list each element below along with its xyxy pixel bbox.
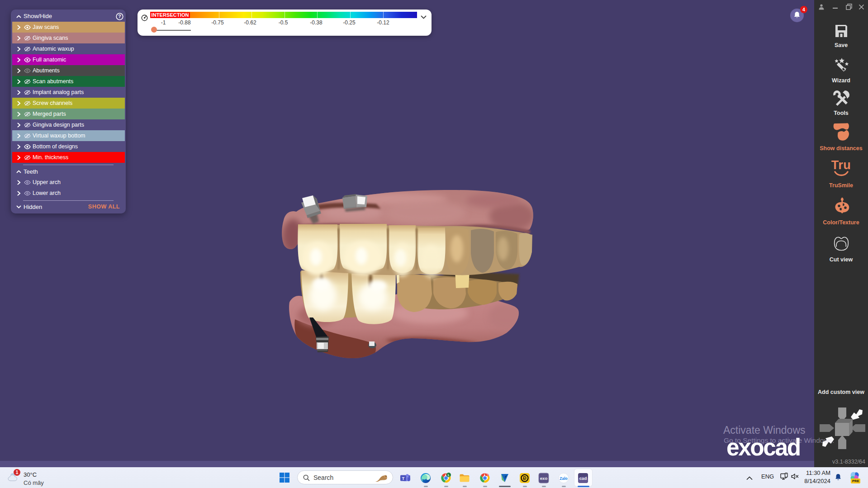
svg-text:Đ: Đ [523, 475, 526, 481]
svg-text:?: ? [118, 14, 121, 19]
svg-text:T: T [402, 476, 405, 481]
svg-text:L: L [448, 473, 450, 477]
svg-text:cad: cad [579, 476, 587, 481]
svg-text:exo: exo [540, 476, 548, 481]
svg-text:Zalo: Zalo [560, 476, 567, 481]
